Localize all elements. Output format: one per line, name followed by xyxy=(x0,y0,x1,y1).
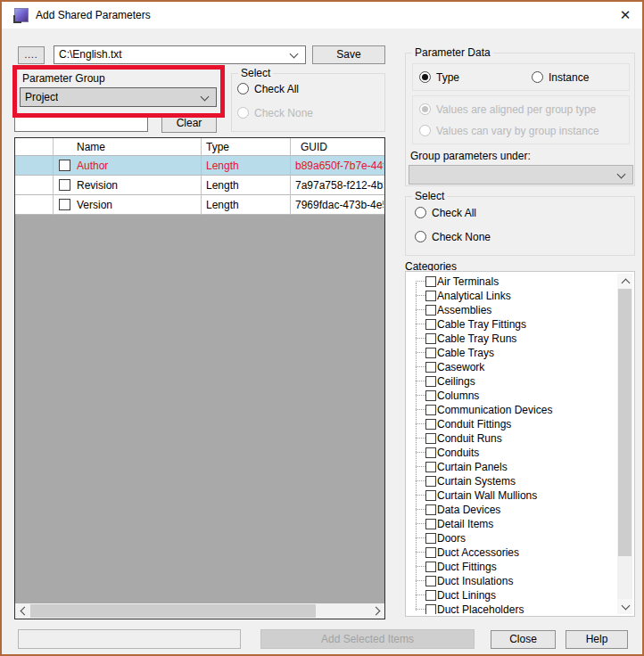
tree-branch-icon xyxy=(416,366,425,367)
category-item[interactable]: Ceilings xyxy=(408,373,618,388)
category-checkbox[interactable] xyxy=(425,405,436,415)
category-item[interactable]: Detail Items xyxy=(408,516,618,530)
category-label: Communication Devices xyxy=(437,404,552,416)
category-item[interactable]: Communication Devices xyxy=(408,402,618,416)
browse-button[interactable]: .... xyxy=(18,46,45,64)
category-item[interactable]: Air Terminals xyxy=(408,274,618,288)
category-item[interactable]: Duct Placeholders xyxy=(408,602,618,614)
group-parameters-under-dropdown[interactable] xyxy=(409,165,633,184)
tree-branch-icon xyxy=(416,423,425,424)
category-checkbox[interactable] xyxy=(425,333,436,344)
tree-branch-icon xyxy=(416,594,425,595)
column-header-name[interactable]: Name xyxy=(77,141,105,153)
scrollbar-thumb[interactable] xyxy=(618,289,632,556)
clear-button[interactable]: Clear xyxy=(161,114,217,133)
category-checkbox[interactable] xyxy=(425,490,436,501)
select-group-left: Select Check All Check None xyxy=(231,73,385,132)
scrollbar-thumb[interactable] xyxy=(30,604,316,618)
category-checkbox[interactable] xyxy=(425,576,436,586)
tree-branch-icon xyxy=(416,580,425,581)
column-header-guid[interactable]: GUID xyxy=(301,141,327,153)
category-checkbox[interactable] xyxy=(425,276,436,287)
category-checkbox[interactable] xyxy=(425,462,436,472)
category-item[interactable]: Conduit Runs xyxy=(408,430,618,445)
filter-input[interactable] xyxy=(14,114,148,132)
help-button[interactable]: Help xyxy=(566,630,628,649)
table-row[interactable]: VersionLength7969fdac-473b-4e59 xyxy=(15,195,384,215)
parameter-group-dropdown[interactable]: Project xyxy=(20,87,217,107)
category-checkbox[interactable] xyxy=(425,562,436,572)
radio-icon xyxy=(532,71,543,83)
category-checkbox[interactable] xyxy=(425,590,436,601)
tree-branch-icon xyxy=(416,566,425,567)
footer-empty-button[interactable] xyxy=(18,629,241,649)
category-label: Air Terminals xyxy=(437,275,499,288)
tree-branch-icon xyxy=(416,466,425,467)
category-item[interactable]: Cable Tray Fittings xyxy=(408,316,618,331)
horizontal-scrollbar[interactable] xyxy=(15,603,384,619)
row-checkbox[interactable] xyxy=(59,179,70,191)
check-none-radio-left: Check None xyxy=(237,106,313,119)
category-checkbox[interactable] xyxy=(425,547,436,558)
category-item[interactable]: Duct Fittings xyxy=(408,559,618,573)
category-checkbox[interactable] xyxy=(425,433,436,444)
save-button[interactable]: Save xyxy=(312,45,385,64)
category-checkbox[interactable] xyxy=(425,504,436,515)
category-item[interactable]: Assemblies xyxy=(408,302,618,316)
category-item[interactable]: Cable Tray Runs xyxy=(408,331,618,345)
category-item[interactable]: Doors xyxy=(408,530,618,545)
category-item[interactable]: Duct Insulations xyxy=(408,573,618,587)
parameter-data-label: Parameter Data xyxy=(412,46,493,59)
close-button[interactable]: Close xyxy=(491,630,556,649)
category-label: Conduit Runs xyxy=(437,432,502,445)
table-row[interactable]: AuthorLengthb89a650f-7b7e-44ff- xyxy=(15,156,384,176)
category-checkbox[interactable] xyxy=(425,362,436,373)
scroll-up-icon[interactable] xyxy=(617,274,632,289)
scroll-down-icon[interactable] xyxy=(617,599,632,614)
category-item[interactable]: Cable Trays xyxy=(408,345,618,359)
category-item[interactable]: Data Devices xyxy=(408,502,618,516)
parameter-group-label: Parameter Group xyxy=(22,72,105,85)
category-checkbox[interactable] xyxy=(425,376,436,387)
category-item[interactable]: Duct Accessories xyxy=(408,545,618,559)
category-label: Duct Placeholders xyxy=(437,603,524,614)
row-checkbox[interactable] xyxy=(59,199,70,210)
instance-radio[interactable]: Instance xyxy=(532,70,589,84)
category-item[interactable]: Curtain Systems xyxy=(408,473,618,488)
scroll-left-icon[interactable] xyxy=(15,603,30,619)
category-checkbox[interactable] xyxy=(425,390,436,401)
category-checkbox[interactable] xyxy=(425,519,436,529)
values-vary-radio: Values can vary by group instance xyxy=(419,124,599,137)
table-row[interactable]: RevisionLength7a97a758-f212-4b3d xyxy=(15,176,384,195)
category-item[interactable]: Curtain Wall Mullions xyxy=(408,488,618,502)
vertical-scrollbar[interactable] xyxy=(617,274,632,614)
column-header-type[interactable]: Type xyxy=(206,141,229,153)
category-checkbox[interactable] xyxy=(425,348,436,358)
file-combobox[interactable]: C:\English.txt xyxy=(54,45,306,64)
category-checkbox[interactable] xyxy=(425,604,436,614)
category-label: Cable Tray Fittings xyxy=(437,318,526,331)
type-radio[interactable]: Type xyxy=(419,70,459,84)
category-item[interactable]: Duct Linings xyxy=(408,587,618,602)
category-checkbox[interactable] xyxy=(425,419,436,430)
category-item[interactable]: Conduit Fittings xyxy=(408,416,618,430)
category-item[interactable]: Casework xyxy=(408,359,618,373)
category-checkbox[interactable] xyxy=(425,447,436,458)
check-all-radio-right[interactable]: Check All xyxy=(415,206,476,219)
scroll-right-icon[interactable] xyxy=(369,603,384,619)
close-icon[interactable]: ✕ xyxy=(614,4,637,26)
tree-branch-icon xyxy=(416,552,425,553)
category-item[interactable]: Columns xyxy=(408,388,618,402)
category-checkbox[interactable] xyxy=(425,305,436,316)
row-checkbox[interactable] xyxy=(59,160,70,171)
category-label: Conduit Fittings xyxy=(437,418,511,430)
check-all-radio-left[interactable]: Check All xyxy=(237,82,299,95)
category-item[interactable]: Curtain Panels xyxy=(408,459,618,473)
category-checkbox[interactable] xyxy=(425,291,436,301)
check-none-radio-right[interactable]: Check None xyxy=(415,230,491,243)
category-checkbox[interactable] xyxy=(425,319,436,330)
category-checkbox[interactable] xyxy=(425,533,436,544)
category-checkbox[interactable] xyxy=(425,476,436,487)
category-item[interactable]: Analytical Links xyxy=(408,288,618,302)
category-item[interactable]: Conduits xyxy=(408,445,618,459)
